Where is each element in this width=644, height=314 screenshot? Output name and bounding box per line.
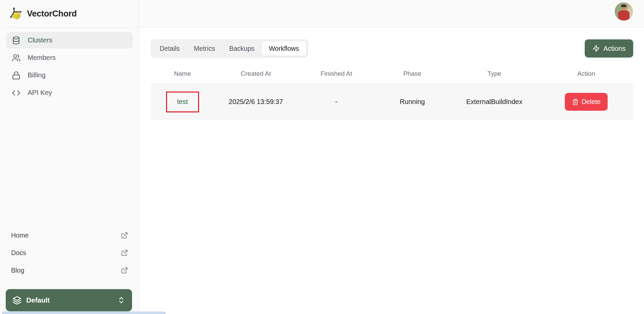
top-header	[139, 0, 644, 28]
footer-link-label: Docs	[11, 249, 26, 257]
workspace-switcher[interactable]: Default	[6, 289, 132, 311]
table-header-row: Name Created At Finished At Phase Type A…	[151, 63, 633, 84]
tab-bar: Details Metrics Backups Workflows	[151, 39, 308, 58]
sidebar-link-blog[interactable]: Blog	[6, 261, 133, 279]
database-icon	[12, 36, 21, 45]
delete-button-label: Delete	[582, 98, 601, 106]
cell-finished-at: -	[297, 98, 375, 106]
sidebar-item-label: API Key	[28, 89, 52, 97]
lock-icon	[12, 71, 21, 80]
tab-details[interactable]: Details	[153, 41, 187, 56]
sidebar-item-label: Members	[28, 54, 56, 62]
sidebar-item-members[interactable]: Members	[6, 49, 133, 66]
sidebar: VectorChord Clusters Memb	[0, 0, 139, 314]
users-icon	[12, 54, 21, 62]
bottom-toast-edge	[2, 312, 166, 314]
cell-name: test	[151, 98, 214, 106]
sidebar-link-home[interactable]: Home	[6, 226, 133, 244]
toolbar: Details Metrics Backups Workflows Action…	[151, 39, 633, 58]
column-header-action: Action	[539, 70, 633, 77]
cell-action: Delete	[539, 93, 633, 111]
sidebar-item-clusters[interactable]: Clusters	[6, 32, 133, 48]
main-content: Details Metrics Backups Workflows Action…	[139, 28, 644, 314]
actions-button-label: Actions	[603, 45, 625, 53]
column-header-phase: Phase	[375, 70, 450, 77]
user-avatar[interactable]	[615, 2, 633, 21]
external-link-icon	[121, 232, 128, 239]
sidebar-link-docs[interactable]: Docs	[6, 244, 133, 261]
tab-backups[interactable]: Backups	[222, 41, 261, 56]
code-icon	[12, 89, 21, 97]
table-row: test 2025/2/6 13:59:37 - Running Externa…	[151, 84, 633, 120]
workspace-name: Default	[26, 296, 50, 304]
tab-workflows[interactable]: Workflows	[261, 41, 307, 56]
chevrons-up-down-icon	[117, 296, 125, 304]
column-header-type: Type	[449, 70, 539, 77]
workflow-name-link[interactable]: test	[177, 98, 188, 106]
cell-type: ExternalBuildIndex	[449, 98, 539, 106]
sidebar-item-api-key[interactable]: API Key	[6, 84, 133, 101]
sidebar-footer: Home Docs Blog	[6, 226, 133, 279]
column-header-created-at: Created At	[214, 70, 298, 77]
lightning-icon	[592, 45, 600, 52]
trash-icon	[572, 99, 579, 105]
cell-phase: Running	[375, 98, 450, 106]
external-link-icon	[121, 249, 128, 256]
workflows-table: Name Created At Finished At Phase Type A…	[151, 63, 633, 120]
sidebar-item-label: Clusters	[28, 36, 52, 44]
column-header-finished-at: Finished At	[297, 70, 375, 77]
sidebar-nav: Clusters Members Billing	[0, 28, 139, 101]
sidebar-item-billing[interactable]: Billing	[6, 67, 133, 83]
logo[interactable]: VectorChord	[0, 0, 139, 28]
column-header-name: Name	[151, 70, 214, 77]
delete-button[interactable]: Delete	[565, 93, 608, 111]
footer-link-label: Blog	[11, 267, 24, 274]
vectorchord-logo-icon	[9, 6, 25, 22]
footer-link-label: Home	[11, 232, 29, 239]
tab-metrics[interactable]: Metrics	[187, 41, 222, 56]
layers-icon	[12, 296, 22, 305]
sidebar-item-label: Billing	[28, 71, 45, 79]
avatar-photo	[615, 2, 633, 21]
cell-created-at: 2025/2/6 13:59:37	[214, 98, 298, 106]
external-link-icon	[121, 267, 128, 274]
app-title: VectorChord	[27, 9, 77, 19]
actions-button[interactable]: Actions	[585, 39, 633, 58]
